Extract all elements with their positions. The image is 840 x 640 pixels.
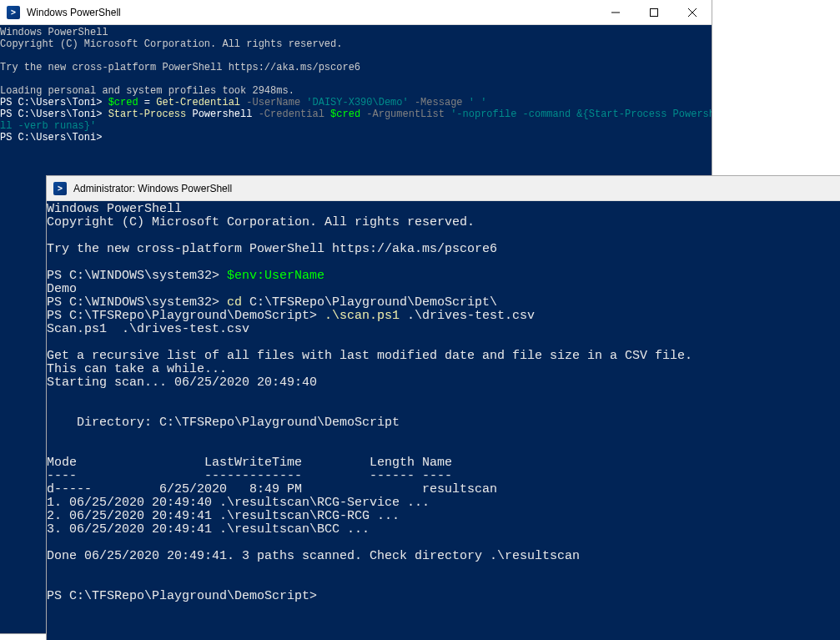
powershell-icon: [7, 6, 20, 19]
console-output: Directory: C:\TFSRepo\Playground\DemoScr…: [47, 416, 400, 430]
prompt: PS C:\WINDOWS\system32>: [47, 269, 227, 283]
token-parameter: -Credential: [259, 108, 330, 120]
console-output: 3. 06/25/2020 20:49:41 .\resultscan\BCC …: [47, 522, 370, 537]
prompt: PS C:\Users\Toni>: [0, 108, 108, 120]
token-string: ll -verb runas}': [0, 120, 96, 132]
minimize-button[interactable]: [596, 0, 635, 25]
console-output: Starting scan... 06/25/2020 20:49:40: [47, 375, 317, 390]
token-string: 'DAISY-X390\Demo': [306, 97, 408, 108]
window-title: Administrator: Windows PowerShell: [73, 183, 840, 194]
token-path: C:\TFSRepo\Playground\DemoScript\: [242, 295, 497, 310]
console-admin[interactable]: Windows PowerShell Copyright (C) Microso…: [47, 201, 840, 603]
svg-rect-1: [651, 9, 658, 17]
token-variable: $cred: [330, 108, 360, 120]
token-script: .\scan.ps1: [324, 309, 407, 323]
table-header: Mode LastWriteTime Length Name: [47, 456, 452, 470]
table-divider: ---- ------------- ------ ----: [47, 469, 452, 483]
powershell-icon: [53, 182, 67, 195]
table-row: d----- 6/25/2020 8:49 PM resultscan: [47, 482, 497, 496]
console-output: 1. 06/25/2020 20:49:40 .\resultscan\RCG-…: [47, 496, 430, 510]
token-operator: =: [138, 97, 157, 108]
console-output: 2. 06/25/2020 20:49:41 .\resultscan\RCG-…: [47, 509, 400, 523]
token-variable: $cred: [108, 97, 138, 108]
token-cmdlet: Get-Credential: [156, 97, 240, 108]
powershell-window-admin[interactable]: Administrator: Windows PowerShell Window…: [46, 175, 840, 640]
console-output: Scan.ps1 .\drives-test.csv: [47, 322, 249, 336]
token-string: ' ': [469, 97, 487, 108]
token-env-var: $env:UserName: [227, 269, 324, 283]
window-controls: [596, 0, 712, 24]
token-parameter: -UserName: [240, 97, 306, 108]
console-output: Done 06/25/2020 20:49:41. 3 paths scanne…: [47, 549, 580, 563]
console-line: Try the new cross-platform PowerShell ht…: [0, 62, 360, 73]
token-cmdlet: Start-Process: [108, 108, 187, 120]
console-line: Loading personal and system profiles too…: [0, 85, 294, 97]
console-line: Try the new cross-platform PowerShell ht…: [47, 242, 497, 256]
prompt: PS C:\WINDOWS\system32>: [47, 295, 227, 310]
token-parameter: -Message: [409, 97, 469, 108]
token-cmdlet: cd: [227, 295, 242, 310]
token-arg: Powershell: [186, 108, 258, 120]
titlebar-admin[interactable]: Administrator: Windows PowerShell: [47, 176, 840, 201]
console-line: Copyright (C) Microsoft Corporation. All…: [0, 38, 342, 50]
console-output: Get a recursive list of all files with l…: [47, 349, 692, 363]
console-user[interactable]: Windows PowerShell Copyright (C) Microso…: [0, 25, 712, 144]
prompt: PS C:\TFSRepo\Playground\DemoScript>: [47, 589, 317, 603]
maximize-button[interactable]: [635, 0, 673, 25]
console-output: Demo: [47, 282, 77, 296]
titlebar-user[interactable]: Windows PowerShell: [0, 0, 712, 25]
token-parameter: -ArgumentList: [360, 108, 450, 120]
console-line: Windows PowerShell: [0, 27, 108, 38]
close-button[interactable]: [673, 0, 712, 25]
prompt: PS C:\TFSRepo\Playground\DemoScript>: [47, 309, 324, 323]
console-output: This can take a while...: [47, 362, 227, 376]
token-string: '-noprofile -command &{Start-Process Pow…: [450, 108, 712, 120]
console-line: Copyright (C) Microsoft Corporation. All…: [47, 215, 475, 229]
token-arg: .\drives-test.csv: [407, 309, 535, 323]
console-line: Windows PowerShell: [47, 202, 182, 216]
window-title: Windows PowerShell: [27, 7, 596, 18]
prompt: PS C:\Users\Toni>: [0, 97, 108, 108]
prompt: PS C:\Users\Toni>: [0, 132, 102, 144]
